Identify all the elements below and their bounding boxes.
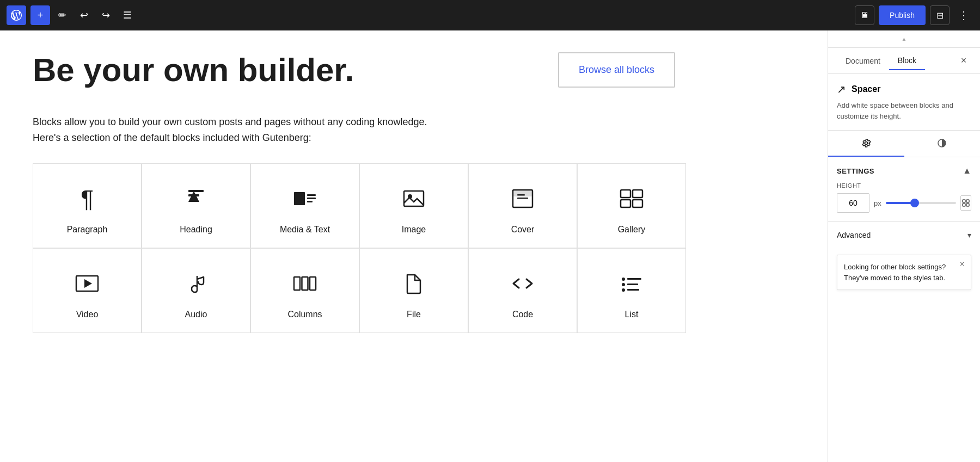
style-tab-settings[interactable] bbox=[828, 131, 904, 157]
page-subtitle: Blocks allow you to build your own custo… bbox=[33, 114, 686, 146]
svg-rect-4 bbox=[294, 192, 305, 205]
panel-close-button[interactable]: × bbox=[956, 53, 971, 69]
block-info-title: Spacer bbox=[852, 84, 880, 94]
ellipsis-icon: ⋮ bbox=[958, 9, 969, 22]
block-label-media-text: Media & Text bbox=[280, 225, 330, 235]
svg-rect-8 bbox=[404, 191, 424, 206]
options-button[interactable]: ⋮ bbox=[954, 5, 973, 25]
height-slider[interactable] bbox=[886, 202, 956, 204]
block-item-paragraph[interactable]: ¶ Paragraph bbox=[33, 163, 142, 248]
redo-icon: ↪ bbox=[102, 9, 110, 21]
paragraph-icon: ¶ bbox=[74, 186, 100, 216]
add-block-button[interactable]: + bbox=[30, 5, 50, 25]
undo-icon: ↩ bbox=[80, 9, 88, 21]
block-label-list: List bbox=[625, 310, 639, 319]
toolbar-right: 🖥 Publish ⊟ ⋮ bbox=[855, 5, 973, 25]
media-text-icon bbox=[292, 186, 318, 216]
svg-marker-19 bbox=[84, 279, 92, 288]
block-item-file[interactable]: File bbox=[359, 248, 468, 333]
height-control: 60 px bbox=[837, 193, 971, 213]
tab-block[interactable]: Block bbox=[889, 52, 925, 70]
svg-point-23 bbox=[622, 278, 625, 281]
video-icon bbox=[74, 270, 100, 301]
toolbar: + ✏ ↩ ↪ ☰ 🖥 Publish ⊟ ⋮ bbox=[0, 0, 980, 30]
block-item-gallery[interactable]: Gallery bbox=[577, 163, 686, 248]
svg-rect-32 bbox=[963, 204, 965, 206]
link-icon bbox=[962, 199, 970, 207]
list-block-icon bbox=[618, 270, 645, 301]
browse-blocks-button[interactable]: Browse all blocks bbox=[558, 52, 675, 88]
preview-button[interactable]: 🖥 bbox=[855, 5, 874, 25]
svg-rect-33 bbox=[966, 204, 969, 206]
list-view-button[interactable]: ☰ bbox=[118, 5, 137, 25]
blocks-grid-row2: Video Audio bbox=[33, 248, 686, 333]
svg-rect-13 bbox=[513, 190, 532, 196]
settings-section-title: Settings bbox=[837, 167, 874, 175]
block-item-heading[interactable]: Heading bbox=[142, 163, 250, 248]
publish-button[interactable]: Publish bbox=[879, 5, 926, 25]
svg-rect-28 bbox=[627, 289, 639, 291]
svg-rect-22 bbox=[310, 277, 316, 290]
svg-rect-16 bbox=[621, 200, 630, 207]
block-item-list[interactable]: List bbox=[577, 248, 686, 333]
block-item-cover[interactable]: Cover bbox=[468, 163, 577, 248]
tools-button[interactable]: ✏ bbox=[52, 5, 72, 25]
svg-rect-7 bbox=[307, 201, 313, 202]
settings-sidebar-icon: ⊟ bbox=[936, 10, 944, 21]
blocks-grid-row1: ¶ Paragraph Heading bbox=[33, 163, 686, 248]
block-item-media-text[interactable]: Media & Text bbox=[250, 163, 359, 248]
file-icon bbox=[401, 270, 427, 301]
panel-tabs: Document Block bbox=[837, 52, 925, 70]
gallery-icon bbox=[618, 186, 645, 216]
undo-button[interactable]: ↩ bbox=[74, 5, 94, 25]
settings-section: Settings ▲ HEIGHT 60 px bbox=[828, 157, 980, 221]
list-icon: ☰ bbox=[123, 9, 132, 21]
code-icon bbox=[510, 270, 536, 301]
settings-button[interactable]: ⊟ bbox=[930, 5, 950, 25]
editor-area: Be your own builder. Browse all blocks B… bbox=[0, 30, 828, 462]
svg-rect-20 bbox=[294, 277, 300, 290]
height-input[interactable]: 60 bbox=[837, 193, 869, 213]
gear-icon bbox=[861, 138, 872, 149]
page-title: Be your own builder. bbox=[33, 52, 354, 88]
monitor-icon: 🖥 bbox=[860, 10, 869, 20]
tooltip-close-button[interactable]: × bbox=[957, 258, 967, 269]
block-info-description: Add white space between blocks and custo… bbox=[837, 100, 971, 121]
block-label-video: Video bbox=[76, 310, 99, 319]
svg-point-27 bbox=[622, 288, 625, 292]
heading-icon bbox=[183, 186, 209, 216]
block-item-columns[interactable]: Columns bbox=[250, 248, 359, 333]
settings-section-header: Settings ▲ bbox=[837, 166, 971, 176]
block-label-cover: Cover bbox=[511, 225, 535, 235]
height-link-button[interactable] bbox=[960, 195, 971, 211]
settings-collapse-button[interactable]: ▲ bbox=[963, 166, 971, 176]
scroll-indicator: ▲ bbox=[902, 36, 907, 42]
block-item-video[interactable]: Video bbox=[33, 248, 142, 333]
svg-rect-12 bbox=[517, 198, 528, 199]
svg-rect-17 bbox=[633, 200, 642, 207]
block-settings-tooltip: Looking for other block settings? They'v… bbox=[837, 255, 971, 290]
advanced-section-header[interactable]: Advanced ▾ bbox=[837, 231, 971, 239]
advanced-chevron-icon: ▾ bbox=[967, 231, 971, 239]
cover-icon bbox=[510, 186, 536, 216]
style-tabs bbox=[828, 131, 980, 157]
svg-rect-6 bbox=[307, 198, 316, 199]
spacer-block-icon: ↗ bbox=[837, 83, 846, 96]
block-item-code[interactable]: Code bbox=[468, 248, 577, 333]
block-label-image: Image bbox=[402, 225, 426, 235]
block-label-file: File bbox=[407, 310, 421, 319]
columns-icon bbox=[292, 270, 318, 301]
redo-button[interactable]: ↪ bbox=[96, 5, 115, 25]
svg-text:¶: ¶ bbox=[81, 186, 94, 212]
svg-rect-24 bbox=[627, 278, 641, 280]
tab-document[interactable]: Document bbox=[837, 52, 889, 70]
svg-rect-5 bbox=[307, 194, 316, 196]
audio-icon bbox=[183, 270, 209, 301]
block-item-audio[interactable]: Audio bbox=[142, 248, 250, 333]
style-tab-styles[interactable] bbox=[904, 131, 981, 157]
styles-icon bbox=[936, 138, 947, 149]
svg-rect-30 bbox=[963, 200, 965, 202]
wp-logo[interactable] bbox=[7, 5, 26, 25]
right-panel: ▲ Document Block × ↗ Spacer Add white sp… bbox=[828, 30, 980, 462]
block-item-image[interactable]: Image bbox=[359, 163, 468, 248]
